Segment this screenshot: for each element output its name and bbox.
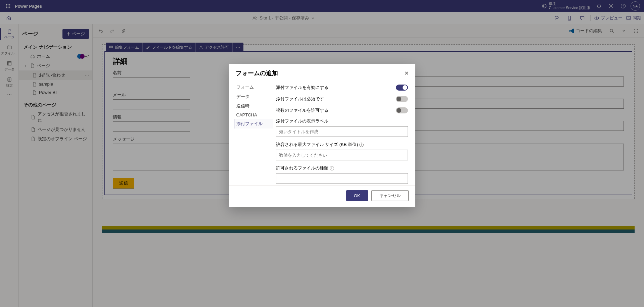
dialog-title: フォームの追加 (236, 69, 278, 77)
info-icon[interactable]: i (330, 166, 334, 170)
allowed-types-caption: 許可されるファイルの種類 (276, 165, 328, 171)
cancel-button[interactable]: キャンセル (371, 190, 409, 201)
allowed-types-input[interactable] (276, 173, 408, 184)
enable-attach-toggle[interactable] (396, 85, 408, 91)
modal-overlay: フォームの追加 ✕ フォーム データ 送信時 CAPTCHA 添付ファイル 添付… (0, 0, 644, 307)
enable-attach-label: 添付ファイルを有効にする (276, 85, 328, 91)
dialog-nav: フォーム データ 送信時 CAPTCHA 添付ファイル (229, 81, 273, 185)
nav-data[interactable]: データ (234, 92, 273, 101)
info-icon[interactable]: i (359, 143, 364, 147)
allow-multiple-label: 複数のファイルを許可する (276, 107, 328, 113)
attach-required-label: 添付ファイルは必須です (276, 96, 324, 102)
close-icon[interactable]: ✕ (405, 70, 409, 76)
nav-form[interactable]: フォーム (234, 83, 273, 92)
nav-attachments[interactable]: 添付ファイル (234, 119, 273, 129)
nav-captcha[interactable]: CAPTCHA (234, 111, 273, 119)
attach-required-toggle[interactable] (396, 96, 408, 102)
nav-on-submit[interactable]: 送信時 (234, 101, 273, 111)
max-size-input[interactable] (276, 150, 408, 160)
display-label-input[interactable] (276, 126, 408, 137)
display-label-caption: 添付ファイルの表示ラベル (276, 118, 408, 124)
add-form-dialog: フォームの追加 ✕ フォーム データ 送信時 CAPTCHA 添付ファイル 添付… (229, 64, 415, 207)
allow-multiple-toggle[interactable] (396, 107, 408, 113)
max-size-caption: 許容される最大ファイル サイズ (KB 単位) (276, 142, 358, 148)
ok-button[interactable]: OK (346, 190, 368, 201)
